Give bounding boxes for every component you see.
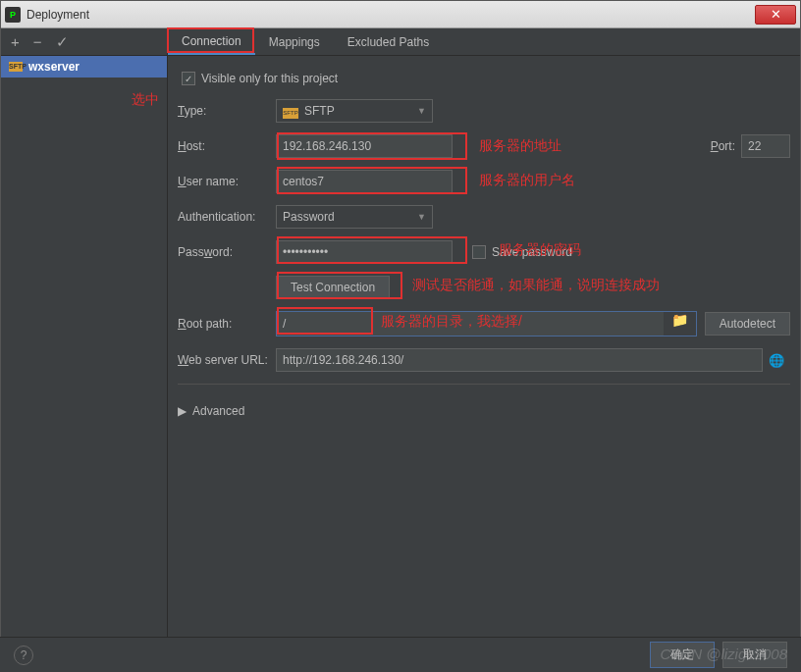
titlebar: P Deployment ✕ [1, 1, 800, 28]
app-icon: P [5, 7, 21, 23]
save-password-label: Save password [492, 245, 572, 259]
web-url-label: Web server URL: [178, 353, 276, 367]
type-label: Type: [178, 104, 276, 118]
sftp-server-icon: SFTP [9, 62, 23, 72]
type-select[interactable]: SFTPSFTP ▼ [276, 99, 433, 123]
globe-icon[interactable]: 🌐 [763, 353, 790, 368]
window-title: Deployment [27, 8, 89, 22]
username-input[interactable] [276, 170, 453, 193]
server-name: wxserver [28, 60, 80, 74]
auth-select[interactable]: Password ▼ [276, 205, 433, 229]
remove-server-icon[interactable]: − [33, 33, 42, 50]
root-path-label: Root path: [178, 317, 276, 331]
visible-only-label: Visible only for this project [201, 72, 338, 85]
autodetect-button[interactable]: Autodetect [705, 312, 790, 336]
web-url-input[interactable] [276, 348, 763, 372]
test-connection-button[interactable]: Test Connection [276, 276, 390, 299]
advanced-section-toggle[interactable]: ▶ Advanced [178, 404, 790, 418]
sftp-icon: SFTP [283, 108, 298, 119]
tab-connection[interactable]: Connection [168, 28, 255, 55]
tab-mappings[interactable]: Mappings [255, 28, 334, 55]
sidebar-toolbar: + − ✓ [1, 28, 167, 56]
save-password-checkbox[interactable] [472, 245, 486, 259]
tab-excluded-paths[interactable]: Excluded Paths [334, 28, 443, 55]
root-path-input[interactable] [277, 312, 664, 336]
port-input[interactable] [741, 134, 790, 158]
help-icon[interactable]: ? [14, 646, 33, 665]
server-item-wxserver[interactable]: SFTP wxserver [1, 56, 167, 78]
separator [178, 384, 790, 385]
close-button[interactable]: ✕ [755, 5, 796, 25]
chevron-down-icon: ▼ [417, 106, 426, 116]
sidebar: + − ✓ SFTP wxserver [1, 28, 168, 637]
chevron-right-icon: ▶ [178, 404, 187, 418]
deployment-dialog: P Deployment ✕ + − ✓ SFTP wxserver Conne… [0, 0, 801, 672]
browse-folder-icon[interactable]: 📁 [664, 312, 696, 336]
host-label: Host: [178, 139, 276, 153]
check-icon[interactable]: ✓ [56, 33, 69, 51]
password-label: Password: [178, 245, 276, 259]
connection-form: ✓ Visible only for this project Type: SF… [168, 56, 800, 428]
auth-label: Authentication: [178, 210, 276, 224]
main-panel: Connection Mappings Excluded Paths ✓ Vis… [168, 28, 800, 637]
tabbar: Connection Mappings Excluded Paths [168, 28, 800, 56]
visible-only-row[interactable]: ✓ Visible only for this project [178, 72, 790, 85]
host-input[interactable] [276, 134, 453, 158]
cancel-button[interactable]: 取消 [722, 642, 787, 668]
password-input[interactable] [276, 240, 453, 264]
chevron-down-icon: ▼ [417, 212, 426, 222]
port-label: Port: [711, 139, 735, 153]
root-path-field: 📁 [276, 311, 697, 336]
add-server-icon[interactable]: + [11, 33, 20, 50]
dialog-footer: ? 确定 取消 [0, 637, 801, 672]
body-area: + − ✓ SFTP wxserver Connection Mappings … [1, 28, 800, 637]
username-label: User name: [178, 175, 276, 188]
ok-button[interactable]: 确定 [650, 642, 715, 668]
visible-only-checkbox[interactable]: ✓ [182, 72, 195, 85]
